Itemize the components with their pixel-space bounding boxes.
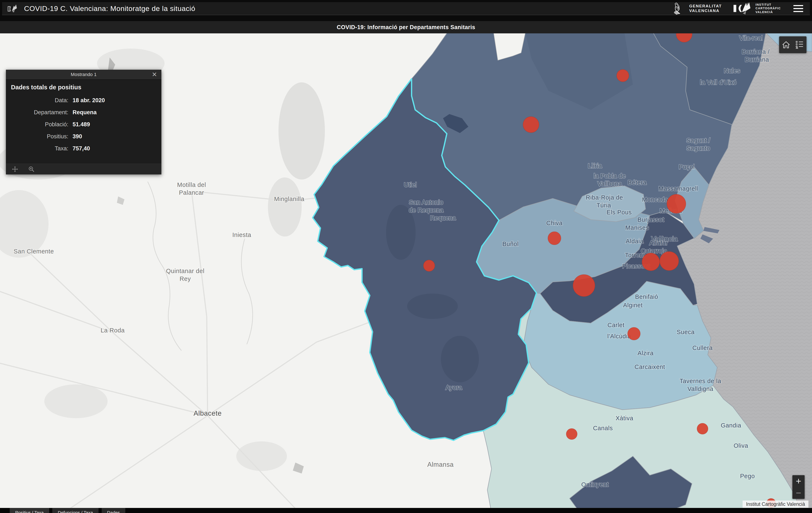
map-label: Manises: [625, 224, 649, 231]
bubble-marker[interactable]: [573, 275, 595, 297]
bubble-marker[interactable]: [697, 423, 708, 434]
map-corner-controls: [779, 36, 807, 53]
covid-dashboard: COVID-19 C. Valenciana: Monitoratge de l…: [0, 0, 812, 513]
map-label: Tavernes de la: [679, 378, 721, 384]
zoom-to-feature-button[interactable]: [28, 166, 35, 173]
tab-dades[interactable]: Dades: [102, 508, 125, 513]
map-label: Ontinyent: [581, 481, 609, 488]
map-label: Riba-Roja de: [586, 194, 623, 201]
map-label: Borriana /: [742, 48, 770, 55]
page-title: COVID-19 C. Valenciana: Monitoratge de l…: [24, 4, 195, 13]
popup-row-label: Positius:: [11, 133, 68, 140]
legend-button[interactable]: [794, 38, 806, 52]
map-label: Massamagrell: [659, 185, 698, 192]
tab-defuncions-taxa[interactable]: Defuncions / Taxa: [52, 508, 98, 513]
map-label: Alzira: [638, 350, 654, 356]
map-label: la Pobla de: [593, 172, 626, 179]
map-label: Carcaixent: [635, 363, 665, 370]
map-label: Valldigna: [688, 385, 714, 392]
zoom-control: + −: [792, 475, 805, 499]
popup-row-value: 18 abr. 2020: [72, 97, 105, 104]
close-icon[interactable]: ✕: [150, 71, 158, 79]
popup-body: Dades totals de positius Data:18 abr. 20…: [6, 79, 162, 164]
menu-icon[interactable]: [792, 4, 804, 13]
popup-header[interactable]: Mostrando 1 ✕: [6, 70, 162, 79]
map-label: Carlet: [608, 322, 625, 328]
map-label: Ayora: [445, 384, 462, 391]
popup-row-label: Taxa:: [11, 145, 68, 152]
map-label: Alginet: [623, 302, 643, 308]
pan-to-feature-button[interactable]: [11, 166, 19, 173]
bubble-marker[interactable]: [642, 253, 660, 271]
map-label: Sagunt /: [687, 137, 710, 144]
map-label: de Requena: [409, 207, 443, 214]
map-label: Els Pous: [607, 209, 632, 216]
icv-mini-logo-icon: [8, 4, 19, 13]
map-label: San Clemente: [14, 248, 54, 255]
map-label: Pego: [740, 473, 755, 480]
map-label: Minglanilla: [274, 195, 304, 202]
map-label: Oliva: [733, 442, 748, 449]
home-button[interactable]: [780, 38, 792, 52]
map-label: Utiel: [404, 182, 417, 188]
bubble-marker[interactable]: [628, 327, 640, 340]
popup-row-value: 390: [72, 133, 82, 140]
map-label: Quintanar del: [166, 268, 204, 274]
map-label: Canals: [593, 425, 613, 431]
map-label: Vila-real: [739, 35, 763, 42]
map-label: Túria: [597, 202, 611, 209]
map-label: Requena: [430, 215, 456, 221]
bottom-tab-bar: Positius / TaxaDefuncions / TaxaDades: [0, 508, 812, 513]
feature-popup: Mostrando 1 ✕ Dades totals de positius D…: [6, 70, 162, 174]
bubble-marker[interactable]: [523, 116, 539, 133]
gva-logo-text: GENERALITAT VALENCIANA: [689, 4, 722, 13]
map-label: La Roda: [100, 327, 125, 334]
zoom-out-button[interactable]: −: [792, 487, 805, 499]
tab-positius-taxa[interactable]: Positius / Taxa: [10, 508, 49, 513]
map-label: Sueca: [676, 329, 695, 335]
map-label: Rey: [179, 275, 191, 282]
map-label: la Vall d'Uixó: [700, 79, 737, 86]
map-container: Motilla delPalancarMinglanillaIniestaSan…: [0, 33, 812, 513]
popup-row: Població:51.489: [11, 121, 156, 128]
map-label: San Antonio: [409, 199, 443, 206]
bubble-marker[interactable]: [667, 194, 686, 213]
popup-row-label: Departament:: [11, 109, 68, 116]
popup-footer: [6, 164, 162, 174]
bubble-marker[interactable]: [424, 260, 435, 271]
map-label: Chiva: [546, 220, 562, 226]
map-label: Catarroja: [641, 247, 667, 254]
move-arrows-icon: [11, 166, 18, 172]
map-label: Motilla del: [177, 182, 206, 188]
popup-row-value: Requena: [72, 109, 97, 116]
map-label: Aldaia: [626, 238, 643, 245]
map-title-bar: COVID-19: Informació per Departaments Sa…: [0, 21, 812, 33]
map-label: Palancar: [179, 189, 204, 196]
map-label: Albacete: [194, 409, 222, 417]
legend-icon: [795, 40, 804, 49]
map-label: Burriana: [745, 56, 769, 63]
map-label: Sagunto: [687, 145, 710, 152]
bubble-marker[interactable]: [566, 429, 577, 439]
popup-title: Dades totals de positius: [11, 84, 156, 91]
zoom-in-button[interactable]: +: [792, 475, 805, 487]
gva-crest-icon: [672, 2, 686, 15]
map-label: Burjassot: [638, 216, 664, 223]
popup-row-value: 757,40: [72, 145, 90, 152]
map-label: Vallbona: [598, 180, 622, 187]
popup-row-label: Data:: [11, 97, 68, 104]
popup-row: Positius:390: [11, 133, 156, 140]
home-icon: [781, 40, 791, 49]
popup-row: Departament:Requena: [11, 109, 156, 116]
bubble-marker[interactable]: [660, 251, 679, 271]
bubble-marker[interactable]: [617, 70, 629, 82]
bubble-marker[interactable]: [548, 232, 561, 245]
popup-header-title: Mostrando 1: [71, 72, 96, 77]
popup-row: Taxa:757,40: [11, 145, 156, 152]
popup-row-label: Població:: [11, 121, 68, 128]
popup-row: Data:18 abr. 2020: [11, 97, 156, 104]
map-label: Cullera: [692, 345, 713, 351]
map-attribution: Institut Cartogràfic Valencià: [743, 501, 808, 508]
icv-logo-text: INSTITUT CARTOGRÀFIC VALENCIÀ: [755, 3, 781, 14]
map-label: Gandia: [721, 422, 741, 429]
